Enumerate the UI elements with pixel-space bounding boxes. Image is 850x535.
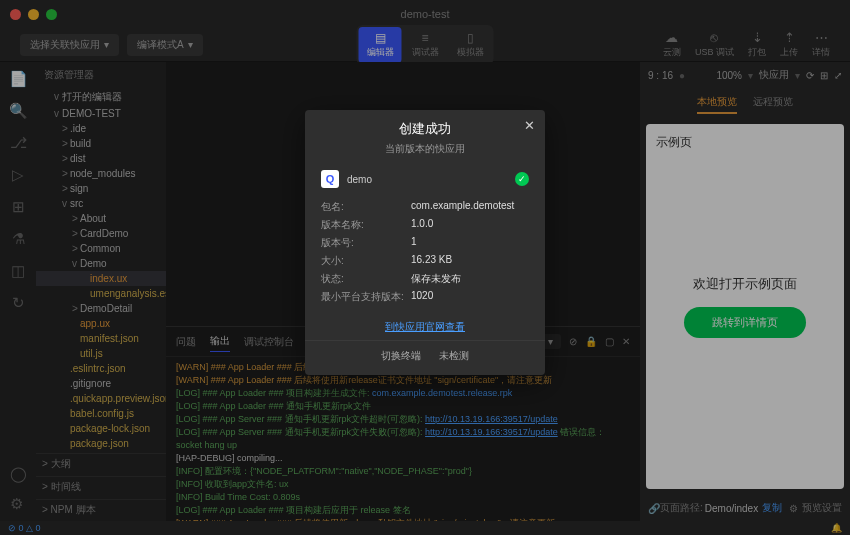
clear-icon[interactable]: ⊘ — [569, 336, 577, 347]
close-dialog-button[interactable]: ✕ — [524, 118, 535, 133]
notifications-icon[interactable]: 🔔 — [831, 523, 842, 533]
file-tree-item[interactable]: package-lock.json — [36, 421, 166, 436]
close-icon[interactable] — [10, 9, 21, 20]
file-tree-item[interactable]: package.json — [36, 436, 166, 451]
link-icon: 🔗 — [648, 503, 660, 514]
refresh-icon[interactable]: ↻ — [12, 294, 25, 312]
preview-panel: 9 : 16 ● 100% ▾ 快应用 ▾ ⟳ ⊞ ⤢ 本地预览 远程预览 示例… — [640, 62, 850, 521]
file-tree-item[interactable]: >dist — [36, 151, 166, 166]
cloud-icon: ☁ — [663, 30, 681, 45]
package-button[interactable]: ⇣打包 — [748, 30, 766, 59]
explorer-header: 资源管理器 — [36, 62, 166, 88]
file-tree-item[interactable]: manifest.json — [36, 331, 166, 346]
file-tree-item[interactable]: umenganalysis.es.min.js — [36, 286, 166, 301]
file-tree-item[interactable]: >Common — [36, 241, 166, 256]
explorer-sidebar: 资源管理器 v打开的编辑器 vDEMO-TEST >.ide>build>dis… — [36, 62, 166, 521]
expand-icon[interactable]: ⤢ — [834, 70, 842, 81]
package-icon: ⇣ — [748, 30, 766, 45]
file-tree-item[interactable]: .quickapp.preview.json — [36, 391, 166, 406]
file-tree-item[interactable]: >CardDemo — [36, 226, 166, 241]
build-success-dialog: 创建成功 ✕ 当前版本的快应用 Q demo ✓ 包名:com.example.… — [305, 110, 545, 375]
app-name: demo — [347, 174, 372, 185]
test-icon[interactable]: ⚗ — [12, 230, 25, 248]
maximize-panel-icon[interactable]: ▢ — [605, 336, 614, 347]
app-icon: Q — [321, 170, 339, 188]
sidebar-section[interactable]: > NPM 脚本 — [36, 499, 166, 520]
copy-route[interactable]: 复制 — [762, 501, 782, 515]
terminal-output[interactable]: [WARN] ### App Loader ### 后续将使用新release私… — [166, 357, 640, 521]
source-control-icon[interactable]: ⎇ — [10, 134, 27, 152]
file-tree-item[interactable]: util.js — [36, 346, 166, 361]
details-button[interactable]: ⋯详情 — [812, 30, 830, 59]
preview-settings[interactable]: 预览设置 — [802, 501, 842, 515]
file-tree-item[interactable]: >DemoDetail — [36, 301, 166, 316]
tab-local-preview[interactable]: 本地预览 — [697, 92, 737, 114]
minimize-icon[interactable] — [28, 9, 39, 20]
chevron-down-icon: ▾ — [188, 39, 193, 50]
cloud-test-button[interactable]: ☁云测 — [663, 30, 681, 59]
file-tree-item[interactable]: .gitignore — [36, 376, 166, 391]
tab-editor[interactable]: ▤编辑器 — [359, 27, 402, 63]
file-tree-item[interactable]: >node_modules — [36, 166, 166, 181]
gear-icon[interactable]: ⚙ — [10, 495, 27, 513]
grid-icon[interactable]: ⊞ — [820, 70, 828, 81]
explorer-icon[interactable]: 📄 — [9, 70, 28, 88]
lock-icon[interactable]: 🔒 — [585, 336, 597, 347]
debug-icon[interactable]: ▷ — [12, 166, 24, 184]
tab-remote-preview[interactable]: 远程预览 — [753, 92, 793, 114]
window-title: demo-test — [401, 8, 450, 20]
usb-debug-button[interactable]: ⎋USB 调试 — [695, 30, 734, 59]
route-path: Demo/index — [705, 503, 758, 514]
file-tree-item[interactable]: >.ide — [36, 121, 166, 136]
info-row: 最小平台支持版本:1020 — [321, 288, 529, 306]
open-website-link[interactable]: 到快应用官网查看 — [385, 321, 465, 332]
activity-bar: 📄 🔍 ⎇ ▷ ⊞ ⚗ ◫ ↻ ◯ ⚙ — [0, 62, 36, 521]
editor-icon: ▤ — [367, 31, 394, 45]
statusbar: ⊘ 0 △ 0 🔔 — [0, 521, 850, 535]
info-row: 状态:保存未发布 — [321, 270, 529, 288]
file-tree-item[interactable]: .eslintrc.json — [36, 361, 166, 376]
refresh-preview-icon[interactable]: ⟳ — [806, 70, 814, 81]
file-tree-item[interactable]: vDemo — [36, 256, 166, 271]
status-errors[interactable]: ⊘ 0 △ 0 — [8, 523, 41, 533]
extensions-icon[interactable]: ⊞ — [12, 198, 25, 216]
layers-icon[interactable]: ◫ — [11, 262, 25, 280]
compile-mode-select[interactable]: 编译模式A ▾ — [127, 34, 203, 56]
file-tree-item[interactable]: vsrc — [36, 196, 166, 211]
tab-problems[interactable]: 问题 — [176, 332, 196, 352]
chevron-down-icon: ▾ — [104, 39, 109, 50]
not-detected-button[interactable]: 未检测 — [439, 349, 469, 363]
select-associated-app[interactable]: 选择关联快应用 ▾ — [20, 34, 119, 56]
tab-simulator[interactable]: ▯模拟器 — [449, 27, 492, 63]
account-icon[interactable]: ◯ — [10, 465, 27, 483]
tab-debug-console[interactable]: 调试控制台 — [244, 332, 294, 352]
file-tree-item[interactable]: >build — [36, 136, 166, 151]
search-icon[interactable]: 🔍 — [9, 102, 28, 120]
gear-icon: ⚙ — [789, 503, 798, 514]
close-panel-icon[interactable]: ✕ — [622, 336, 630, 347]
tab-debugger[interactable]: ≡调试器 — [404, 27, 447, 63]
upload-icon: ⇡ — [780, 30, 798, 45]
project-root[interactable]: vDEMO-TEST — [36, 106, 166, 121]
sidebar-section[interactable]: > 大纲 — [36, 453, 166, 474]
file-tree-item[interactable]: >About — [36, 211, 166, 226]
tab-output[interactable]: 输出 — [210, 331, 230, 352]
traffic-lights — [10, 9, 57, 20]
info-row: 版本号:1 — [321, 234, 529, 252]
switch-terminal-button[interactable]: 切换终端 — [381, 349, 421, 363]
simulator-icon: ▯ — [457, 31, 484, 45]
file-tree-item[interactable]: app.ux — [36, 316, 166, 331]
debugger-icon: ≡ — [412, 31, 439, 45]
upload-button[interactable]: ⇡上传 — [780, 30, 798, 59]
sidebar-section[interactable]: > 时间线 — [36, 476, 166, 497]
dialog-subtitle: 当前版本的快应用 — [305, 142, 545, 164]
file-tree-item[interactable]: >sign — [36, 181, 166, 196]
file-tree-item[interactable]: babel.config.js — [36, 406, 166, 421]
navigate-detail-button[interactable]: 跳转到详情页 — [684, 307, 806, 338]
open-editors-section[interactable]: v打开的编辑器 — [36, 88, 166, 106]
info-row: 版本名称:1.0.0 — [321, 216, 529, 234]
file-tree-item[interactable]: index.ux — [36, 271, 166, 286]
device-select[interactable]: 快应用 — [759, 68, 789, 82]
maximize-icon[interactable] — [46, 9, 57, 20]
zoom-level[interactable]: 100% — [716, 70, 742, 81]
